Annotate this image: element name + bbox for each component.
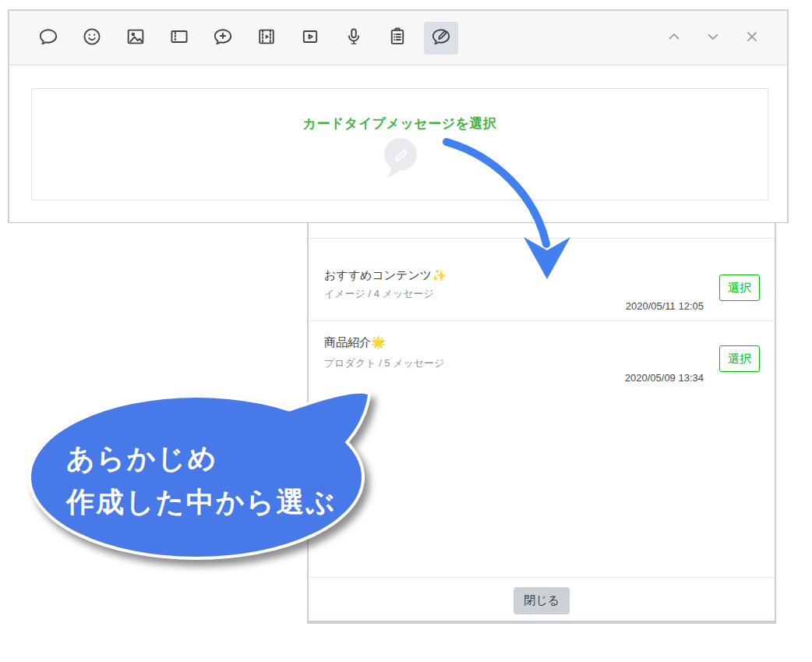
divider bbox=[309, 320, 775, 321]
collapse-up-icon bbox=[664, 27, 684, 50]
composer-toolbar bbox=[9, 11, 787, 65]
close-composer-button[interactable] bbox=[740, 27, 764, 50]
card-message-select-modal: おすすめコンテンツ✨ イメージ / 4 メッセージ 2020/05/11 12:… bbox=[307, 223, 776, 624]
text-message-button[interactable] bbox=[31, 22, 65, 55]
text-message-icon bbox=[37, 26, 59, 51]
coupon-icon bbox=[168, 26, 190, 51]
sticker-button[interactable] bbox=[75, 22, 109, 55]
message-composer-panel: カードタイプメッセージを選択 bbox=[8, 9, 789, 223]
research-button[interactable] bbox=[380, 22, 415, 55]
annotation-text: あらかじめ 作成した中から選ぶ bbox=[66, 437, 336, 524]
close-icon bbox=[742, 27, 762, 50]
photo-icon bbox=[125, 26, 147, 51]
placeholder-title: カードタイプメッセージを選択 bbox=[32, 115, 768, 133]
card-message-meta: イメージ / 4 メッセージ bbox=[324, 287, 434, 301]
card-message-title: 商品紹介🌟 bbox=[324, 335, 386, 350]
rich-video-message-button[interactable] bbox=[249, 22, 284, 55]
research-icon bbox=[387, 26, 408, 51]
card-message-timestamp: 2020/05/09 13:34 bbox=[625, 372, 704, 384]
video-button[interactable] bbox=[293, 22, 327, 55]
collapse-down-button[interactable] bbox=[701, 27, 725, 50]
video-icon bbox=[299, 26, 321, 51]
card-type-message-button[interactable] bbox=[424, 22, 458, 55]
collapse-up-button[interactable] bbox=[662, 27, 686, 50]
select-button[interactable]: 選択 bbox=[719, 274, 760, 301]
card-type-message-icon bbox=[430, 26, 452, 51]
rich-message-button[interactable] bbox=[206, 22, 240, 55]
annotation-line2: 作成した中から選ぶ bbox=[66, 480, 336, 524]
coupon-button[interactable] bbox=[162, 22, 196, 55]
voice-message-button[interactable] bbox=[337, 22, 371, 55]
annotation-line1: あらかじめ bbox=[66, 437, 336, 480]
card-message-timestamp: 2020/05/11 12:05 bbox=[626, 300, 704, 312]
close-modal-button[interactable]: 閉じる bbox=[514, 587, 570, 614]
voice-message-icon bbox=[343, 26, 365, 51]
rich-video-message-icon bbox=[256, 26, 277, 51]
rich-message-icon bbox=[212, 26, 234, 51]
card-message-title: おすすめコンテンツ✨ bbox=[324, 268, 447, 283]
card-message-meta: プロダクト / 5 メッセージ bbox=[324, 356, 444, 370]
sticker-icon bbox=[81, 26, 103, 51]
collapse-down-icon bbox=[703, 27, 723, 50]
select-button[interactable]: 選択 bbox=[719, 345, 760, 372]
pencil-bubble-icon[interactable] bbox=[382, 136, 419, 180]
card-message-placeholder[interactable]: カードタイプメッセージを選択 bbox=[31, 88, 768, 200]
photo-button[interactable] bbox=[118, 22, 153, 55]
divider bbox=[309, 577, 775, 578]
composer-preview-area: カードタイプメッセージを選択 bbox=[9, 65, 787, 222]
divider bbox=[309, 238, 775, 239]
